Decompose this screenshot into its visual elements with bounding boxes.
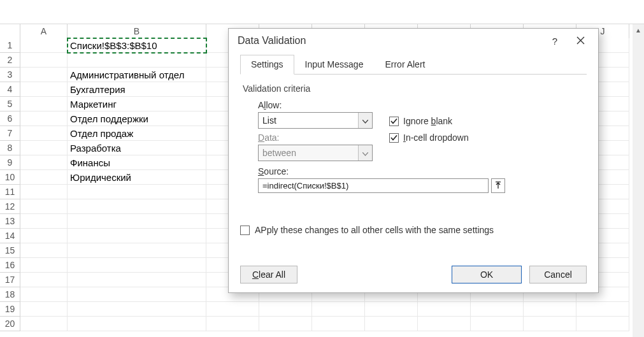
row-header[interactable]: 17 [0,273,20,287]
allow-combobox[interactable]: List [258,112,373,129]
row-header[interactable]: 20 [0,317,20,331]
dialog-titlebar[interactable]: Data Validation ? [229,29,598,53]
row-header[interactable]: 3 [0,68,20,82]
row-header[interactable]: 13 [0,214,20,229]
cell-A4[interactable] [20,82,68,97]
cell-B17[interactable] [68,273,206,287]
cell-A11[interactable] [20,185,68,199]
cell-B8[interactable]: Разработка [68,141,206,155]
cell-J20[interactable] [576,317,629,331]
row-header[interactable]: 12 [0,199,20,214]
cell-A7[interactable] [20,126,68,141]
row-header[interactable]: 5 [0,97,20,111]
cell-A14[interactable] [20,229,68,243]
cell-C19[interactable] [206,302,259,317]
cell-A6[interactable] [20,111,68,126]
cell-F19[interactable] [365,302,418,317]
cell-A10[interactable] [20,170,68,185]
cell-B1[interactable]: Списки!$B$3:$B$10 [68,38,206,53]
cell-I19[interactable] [524,302,576,317]
cell-B10[interactable]: Юридический [68,170,206,185]
cell-B7[interactable]: Отдел продаж [68,126,206,141]
dialog-title: Data Validation [238,35,542,47]
cell-B4[interactable]: Бухгалтерия [68,82,206,97]
allow-dropdown-button[interactable] [358,113,372,128]
cell-A1[interactable] [20,38,68,53]
cell-D19[interactable] [259,302,312,317]
row-header[interactable]: 11 [0,185,20,199]
cancel-button[interactable]: Cancel [529,266,587,283]
cell-I20[interactable] [524,317,576,331]
cell-B2[interactable] [68,53,206,68]
cell-B12[interactable] [68,199,206,214]
row-header[interactable]: 10 [0,170,20,185]
col-header-A[interactable]: A [20,24,68,38]
cell-J19[interactable] [576,302,629,317]
close-button[interactable] [568,29,593,52]
row-header[interactable]: 16 [0,258,20,273]
cell-B19[interactable] [68,302,206,317]
cell-A17[interactable] [20,273,68,287]
cell-B16[interactable] [68,258,206,273]
row-header[interactable]: 19 [0,302,20,317]
ok-button[interactable]: OK [452,266,522,283]
row-header[interactable]: 8 [0,141,20,155]
row-header[interactable]: 18 [0,287,20,302]
cell-A16[interactable] [20,258,68,273]
ignore-blank-checkbox[interactable]: Ignore blank [389,113,469,129]
cell-B6[interactable]: Отдел поддержки [68,111,206,126]
col-header-B[interactable]: B [68,24,206,38]
range-selector-button[interactable] [491,178,505,193]
cell-E19[interactable] [312,302,365,317]
row-header[interactable]: 4 [0,82,20,97]
cell-A19[interactable] [20,302,68,317]
row-header[interactable]: 6 [0,111,20,126]
cell-G19[interactable] [418,302,471,317]
row-header[interactable]: 14 [0,229,20,243]
cell-B13[interactable] [68,214,206,229]
cell-B15[interactable] [68,243,206,258]
cell-A2[interactable] [20,53,68,68]
vertical-scrollbar[interactable]: ▲ [633,24,644,337]
select-all-corner[interactable] [0,24,20,38]
source-input[interactable] [258,178,489,193]
cell-A15[interactable] [20,243,68,258]
tab-error-alert[interactable]: Error Alert [374,55,436,75]
cell-B14[interactable] [68,229,206,243]
cell-B9[interactable]: Финансы [68,155,206,170]
help-button[interactable]: ? [542,29,568,52]
tab-input-message[interactable]: Input Message [294,55,375,75]
tab-settings[interactable]: Settings [240,55,294,75]
cell-F20[interactable] [365,317,418,331]
row-header[interactable]: 9 [0,155,20,170]
cell-A5[interactable] [20,97,68,111]
cell-A9[interactable] [20,155,68,170]
cell-A12[interactable] [20,199,68,214]
cell-C20[interactable] [206,317,259,331]
cell-G20[interactable] [418,317,471,331]
row-header[interactable]: 15 [0,243,20,258]
cell-B5[interactable]: Маркетинг [68,97,206,111]
row: 20 [0,317,644,331]
cell-B18[interactable] [68,287,206,302]
scroll-up-arrow-icon[interactable]: ▲ [633,24,644,36]
cell-A3[interactable] [20,68,68,82]
cell-B11[interactable] [68,185,206,199]
cell-D20[interactable] [259,317,312,331]
cell-A20[interactable] [20,317,68,331]
row-header[interactable]: 1 [0,38,20,53]
clear-all-button[interactable]: Clear All [240,266,297,283]
cell-A18[interactable] [20,287,68,302]
cell-A13[interactable] [20,214,68,229]
cell-A8[interactable] [20,141,68,155]
cell-B20[interactable] [68,317,206,331]
chevron-down-icon [362,115,368,125]
apply-checkbox[interactable] [240,226,250,235]
row-header[interactable]: 7 [0,126,20,141]
cell-E20[interactable] [312,317,365,331]
row-header[interactable]: 2 [0,53,20,68]
cell-H20[interactable] [471,317,524,331]
cell-B3[interactable]: Административный отдел [68,68,206,82]
cell-H19[interactable] [471,302,524,317]
incell-dropdown-checkbox[interactable]: In-cell dropdown [389,129,469,146]
